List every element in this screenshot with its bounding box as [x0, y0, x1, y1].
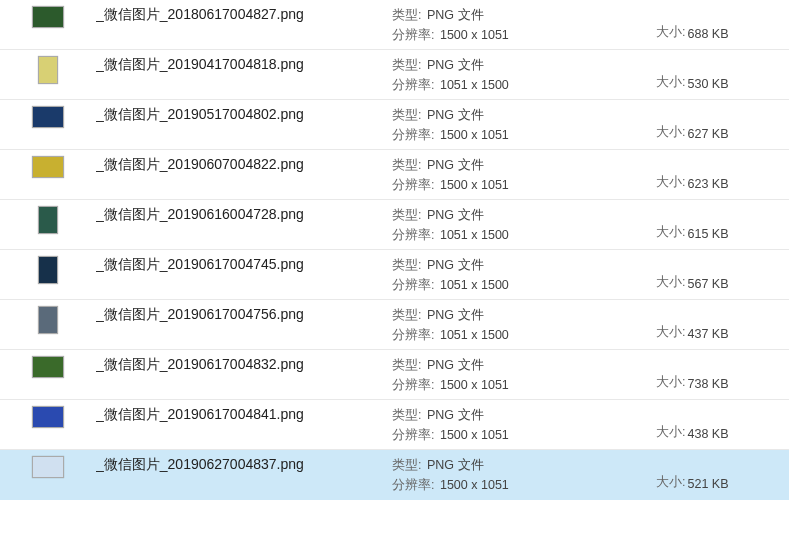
- type-label: 类型:: [392, 408, 421, 422]
- resolution-label: 分辨率:: [392, 328, 434, 342]
- resolution-label: 分辨率:: [392, 128, 434, 142]
- size-label: 大小:: [656, 224, 685, 241]
- file-meta: 类型: PNG 文件分辨率: 1500 x 1051: [392, 154, 656, 195]
- type-value: PNG 文件: [427, 258, 484, 272]
- thumbnail-cell: [0, 254, 96, 284]
- resolution-value: 1500 x 1051: [440, 428, 509, 442]
- resolution-label: 分辨率:: [392, 478, 434, 492]
- type-value: PNG 文件: [427, 358, 484, 372]
- file-name: _微信图片_20180617004827.png: [96, 4, 392, 24]
- thumbnail-cell: [0, 354, 96, 378]
- thumbnail-cell: [0, 454, 96, 478]
- file-name: _微信图片_20190627004837.png: [96, 454, 392, 474]
- resolution-value: 1051 x 1500: [440, 328, 509, 342]
- file-meta: 类型: PNG 文件分辨率: 1051 x 1500: [392, 254, 656, 295]
- thumbnail-icon: [32, 156, 64, 178]
- resolution-label: 分辨率:: [392, 278, 434, 292]
- thumbnail-icon: [32, 6, 64, 28]
- file-meta: 类型: PNG 文件分辨率: 1500 x 1051: [392, 104, 656, 145]
- type-value: PNG 文件: [427, 158, 484, 172]
- file-size: 大小: 615 KB: [656, 224, 784, 245]
- file-name: _微信图片_20190417004818.png: [96, 54, 392, 74]
- thumbnail-cell: [0, 154, 96, 178]
- file-name: _微信图片_20190617004745.png: [96, 254, 392, 274]
- type-label: 类型:: [392, 158, 421, 172]
- type-label: 类型:: [392, 258, 421, 272]
- size-value: 627 KB: [687, 127, 728, 141]
- size-label: 大小:: [656, 424, 685, 441]
- type-value: PNG 文件: [427, 208, 484, 222]
- thumbnail-cell: [0, 4, 96, 28]
- resolution-value: 1500 x 1051: [440, 378, 509, 392]
- resolution-value: 1500 x 1051: [440, 28, 509, 42]
- file-size: 大小: 438 KB: [656, 424, 784, 445]
- file-name: _微信图片_20190607004822.png: [96, 154, 392, 174]
- thumbnail-cell: [0, 204, 96, 234]
- file-size: 大小: 627 KB: [656, 124, 784, 145]
- size-value: 521 KB: [687, 477, 728, 491]
- file-row[interactable]: _微信图片_20180617004827.png类型: PNG 文件分辨率: 1…: [0, 0, 789, 50]
- file-name: _微信图片_20190617004832.png: [96, 354, 392, 374]
- type-value: PNG 文件: [427, 108, 484, 122]
- file-meta: 类型: PNG 文件分辨率: 1051 x 1500: [392, 304, 656, 345]
- type-label: 类型:: [392, 58, 421, 72]
- size-label: 大小:: [656, 374, 685, 391]
- file-size: 大小: 623 KB: [656, 174, 784, 195]
- file-name: _微信图片_20190617004841.png: [96, 404, 392, 424]
- size-label: 大小:: [656, 124, 685, 141]
- file-size: 大小: 437 KB: [656, 324, 784, 345]
- size-label: 大小:: [656, 74, 685, 91]
- file-list: _微信图片_20180617004827.png类型: PNG 文件分辨率: 1…: [0, 0, 789, 500]
- resolution-value: 1051 x 1500: [440, 278, 509, 292]
- thumbnail-icon: [32, 106, 64, 128]
- file-meta: 类型: PNG 文件分辨率: 1051 x 1500: [392, 54, 656, 95]
- size-value: 438 KB: [687, 427, 728, 441]
- file-row[interactable]: _微信图片_20190627004837.png类型: PNG 文件分辨率: 1…: [0, 450, 789, 500]
- file-row[interactable]: _微信图片_20190616004728.png类型: PNG 文件分辨率: 1…: [0, 200, 789, 250]
- type-value: PNG 文件: [427, 458, 484, 472]
- type-value: PNG 文件: [427, 58, 484, 72]
- file-name: _微信图片_20190616004728.png: [96, 204, 392, 224]
- resolution-value: 1500 x 1051: [440, 128, 509, 142]
- resolution-value: 1051 x 1500: [440, 78, 509, 92]
- file-meta: 类型: PNG 文件分辨率: 1500 x 1051: [392, 354, 656, 395]
- file-name: _微信图片_20190517004802.png: [96, 104, 392, 124]
- resolution-value: 1500 x 1051: [440, 178, 509, 192]
- resolution-label: 分辨率:: [392, 378, 434, 392]
- file-size: 大小: 530 KB: [656, 74, 784, 95]
- file-size: 大小: 521 KB: [656, 474, 784, 495]
- file-size: 大小: 567 KB: [656, 274, 784, 295]
- file-row[interactable]: _微信图片_20190517004802.png类型: PNG 文件分辨率: 1…: [0, 100, 789, 150]
- resolution-label: 分辨率:: [392, 28, 434, 42]
- type-label: 类型:: [392, 308, 421, 322]
- type-label: 类型:: [392, 458, 421, 472]
- file-name: _微信图片_20190617004756.png: [96, 304, 392, 324]
- size-value: 738 KB: [687, 377, 728, 391]
- size-value: 688 KB: [687, 27, 728, 41]
- thumbnail-icon: [38, 306, 58, 334]
- file-meta: 类型: PNG 文件分辨率: 1500 x 1051: [392, 454, 656, 495]
- size-value: 615 KB: [687, 227, 728, 241]
- type-value: PNG 文件: [427, 308, 484, 322]
- file-row[interactable]: _微信图片_20190417004818.png类型: PNG 文件分辨率: 1…: [0, 50, 789, 100]
- resolution-label: 分辨率:: [392, 178, 434, 192]
- thumbnail-icon: [38, 56, 58, 84]
- size-value: 437 KB: [687, 327, 728, 341]
- size-label: 大小:: [656, 174, 685, 191]
- thumbnail-icon: [38, 256, 58, 284]
- type-label: 类型:: [392, 8, 421, 22]
- thumbnail-cell: [0, 104, 96, 128]
- file-row[interactable]: _微信图片_20190607004822.png类型: PNG 文件分辨率: 1…: [0, 150, 789, 200]
- file-row[interactable]: _微信图片_20190617004832.png类型: PNG 文件分辨率: 1…: [0, 350, 789, 400]
- file-row[interactable]: _微信图片_20190617004745.png类型: PNG 文件分辨率: 1…: [0, 250, 789, 300]
- thumbnail-cell: [0, 54, 96, 84]
- size-value: 623 KB: [687, 177, 728, 191]
- size-value: 567 KB: [687, 277, 728, 291]
- thumbnail-icon: [38, 206, 58, 234]
- file-row[interactable]: _微信图片_20190617004756.png类型: PNG 文件分辨率: 1…: [0, 300, 789, 350]
- file-row[interactable]: _微信图片_20190617004841.png类型: PNG 文件分辨率: 1…: [0, 400, 789, 450]
- resolution-label: 分辨率:: [392, 428, 434, 442]
- file-meta: 类型: PNG 文件分辨率: 1051 x 1500: [392, 204, 656, 245]
- file-size: 大小: 688 KB: [656, 24, 784, 45]
- size-label: 大小:: [656, 324, 685, 341]
